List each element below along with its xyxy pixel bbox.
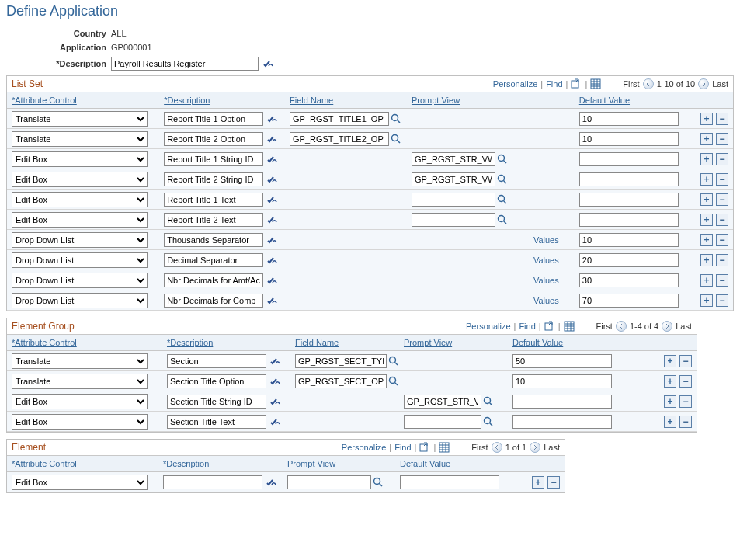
attribute-control-select[interactable]: TranslateEdit BoxDrop Down List bbox=[12, 353, 148, 369]
delete-row-button[interactable]: − bbox=[547, 476, 560, 489]
find-link[interactable]: Find bbox=[394, 443, 411, 452]
description-input[interactable] bbox=[164, 152, 263, 166]
delete-row-button[interactable]: − bbox=[716, 214, 728, 226]
col-field[interactable]: Field Name bbox=[290, 96, 333, 105]
default-value-input[interactable] bbox=[512, 354, 612, 368]
field-name-input[interactable] bbox=[290, 132, 389, 146]
next-icon[interactable] bbox=[698, 78, 709, 89]
find-link[interactable]: Find bbox=[519, 322, 535, 331]
description-input[interactable] bbox=[164, 233, 263, 247]
default-value-input[interactable] bbox=[579, 132, 679, 146]
lookup-icon[interactable] bbox=[483, 416, 494, 427]
add-row-button[interactable]: + bbox=[664, 355, 676, 367]
zoom-icon[interactable] bbox=[544, 321, 555, 332]
default-value-input[interactable] bbox=[512, 395, 612, 409]
spellcheck-icon[interactable] bbox=[266, 274, 278, 287]
zoom-icon[interactable] bbox=[419, 442, 430, 453]
lookup-icon[interactable] bbox=[497, 194, 508, 205]
default-value-input[interactable] bbox=[579, 273, 679, 287]
default-value-input[interactable] bbox=[579, 294, 679, 308]
lookup-icon[interactable] bbox=[388, 356, 399, 367]
col-prompt[interactable]: Prompt View bbox=[287, 459, 335, 468]
delete-row-button[interactable]: − bbox=[716, 113, 728, 125]
spellcheck-icon[interactable] bbox=[262, 57, 274, 70]
spellcheck-icon[interactable] bbox=[266, 173, 278, 186]
values-link[interactable]: Values bbox=[533, 235, 559, 245]
col-attr[interactable]: *Attribute Control bbox=[12, 96, 77, 105]
add-row-button[interactable]: + bbox=[700, 214, 713, 226]
delete-row-button[interactable]: − bbox=[679, 375, 692, 388]
prompt-view-input[interactable] bbox=[287, 475, 371, 489]
add-row-button[interactable]: + bbox=[700, 133, 713, 145]
add-row-button[interactable]: + bbox=[532, 476, 544, 489]
description-input[interactable] bbox=[111, 57, 259, 71]
prompt-view-input[interactable] bbox=[412, 193, 495, 207]
lookup-icon[interactable] bbox=[373, 477, 384, 488]
description-input[interactable] bbox=[164, 172, 263, 186]
delete-row-button[interactable]: − bbox=[679, 355, 692, 367]
description-input[interactable] bbox=[167, 374, 266, 388]
attribute-control-select[interactable]: TranslateEdit BoxDrop Down List bbox=[12, 252, 148, 268]
spellcheck-icon[interactable] bbox=[266, 254, 278, 266]
default-value-input[interactable] bbox=[579, 112, 679, 126]
grid-download-icon[interactable] bbox=[564, 321, 575, 332]
add-row-button[interactable]: + bbox=[700, 234, 713, 246]
spellcheck-icon[interactable] bbox=[266, 294, 278, 307]
lookup-icon[interactable] bbox=[391, 134, 401, 144]
attribute-control-select[interactable]: TranslateEdit BoxDrop Down List bbox=[12, 394, 148, 409]
col-default[interactable]: Default Value bbox=[400, 459, 450, 468]
attribute-control-select[interactable]: TranslateEdit BoxDrop Down List bbox=[12, 374, 148, 389]
spellcheck-icon[interactable] bbox=[269, 395, 281, 408]
spellcheck-icon[interactable] bbox=[265, 476, 277, 489]
add-row-button[interactable]: + bbox=[664, 375, 676, 388]
attribute-control-select[interactable]: TranslateEdit BoxDrop Down List bbox=[12, 111, 148, 127]
field-name-input[interactable] bbox=[290, 112, 389, 126]
default-value-input[interactable] bbox=[579, 193, 679, 207]
spellcheck-icon[interactable] bbox=[266, 153, 278, 165]
description-input[interactable] bbox=[167, 395, 266, 409]
col-default[interactable]: Default Value bbox=[579, 96, 630, 105]
lookup-icon[interactable] bbox=[391, 113, 401, 124]
attribute-control-select[interactable]: TranslateEdit BoxDrop Down List bbox=[12, 131, 148, 147]
attribute-control-select[interactable]: TranslateEdit BoxDrop Down List bbox=[12, 151, 148, 167]
spellcheck-icon[interactable] bbox=[266, 133, 278, 145]
description-input[interactable] bbox=[164, 213, 263, 227]
description-input[interactable] bbox=[167, 354, 266, 368]
default-value-input[interactable] bbox=[512, 374, 612, 388]
spellcheck-icon[interactable] bbox=[266, 214, 278, 226]
attribute-control-select[interactable]: TranslateEdit BoxDrop Down List bbox=[12, 475, 148, 490]
spellcheck-icon[interactable] bbox=[269, 355, 281, 367]
field-name-input[interactable] bbox=[295, 374, 387, 388]
next-icon[interactable] bbox=[530, 442, 540, 453]
description-input[interactable] bbox=[164, 273, 263, 287]
default-value-input[interactable] bbox=[579, 253, 679, 267]
col-default[interactable]: Default Value bbox=[512, 338, 563, 347]
spellcheck-icon[interactable] bbox=[269, 375, 281, 388]
delete-row-button[interactable]: − bbox=[716, 133, 728, 145]
spellcheck-icon[interactable] bbox=[269, 416, 281, 428]
add-row-button[interactable]: + bbox=[700, 153, 713, 165]
spellcheck-icon[interactable] bbox=[266, 234, 278, 246]
attribute-control-select[interactable]: TranslateEdit BoxDrop Down List bbox=[12, 293, 148, 308]
grid-download-icon[interactable] bbox=[590, 78, 601, 89]
attribute-control-select[interactable]: TranslateEdit BoxDrop Down List bbox=[12, 273, 148, 288]
attribute-control-select[interactable]: TranslateEdit BoxDrop Down List bbox=[12, 212, 148, 228]
col-attr[interactable]: *Attribute Control bbox=[12, 459, 77, 468]
delete-row-button[interactable]: − bbox=[716, 234, 728, 246]
prompt-view-input[interactable] bbox=[412, 152, 495, 166]
prompt-view-input[interactable] bbox=[404, 395, 481, 409]
lookup-icon[interactable] bbox=[388, 376, 399, 387]
values-link[interactable]: Values bbox=[533, 296, 559, 305]
prev-icon[interactable] bbox=[616, 321, 627, 332]
attribute-control-select[interactable]: TranslateEdit BoxDrop Down List bbox=[12, 172, 148, 187]
prompt-view-input[interactable] bbox=[404, 415, 481, 429]
description-input[interactable] bbox=[164, 193, 263, 207]
lookup-icon[interactable] bbox=[497, 174, 508, 185]
spellcheck-icon[interactable] bbox=[266, 113, 278, 125]
attribute-control-select[interactable]: TranslateEdit BoxDrop Down List bbox=[12, 192, 148, 207]
delete-row-button[interactable]: − bbox=[716, 193, 728, 206]
next-icon[interactable] bbox=[662, 321, 672, 332]
personalize-link[interactable]: Personalize bbox=[466, 322, 510, 331]
description-input[interactable] bbox=[164, 112, 263, 126]
default-value-input[interactable] bbox=[579, 233, 679, 247]
